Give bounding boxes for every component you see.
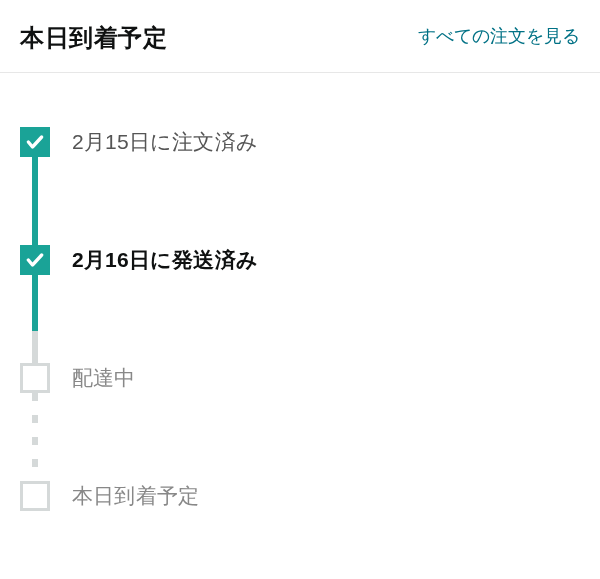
timeline-connector	[20, 275, 50, 363]
timeline-step-label: 2月16日に発送済み	[50, 246, 258, 274]
pending-box-icon	[20, 481, 50, 511]
connector-line-solid	[32, 275, 38, 331]
connector-line-dashed	[32, 393, 38, 481]
timeline-connector	[20, 157, 50, 245]
page-title: 本日到着予定	[20, 22, 167, 54]
check-icon	[20, 127, 50, 157]
timeline-step: 配達中	[20, 363, 580, 393]
timeline-step: 2月16日に発送済み	[20, 245, 580, 275]
timeline-step-label: 配達中	[50, 364, 136, 392]
timeline-step-label: 2月15日に注文済み	[50, 128, 258, 156]
check-icon	[20, 245, 50, 275]
view-all-orders-link[interactable]: すべての注文を見る	[418, 22, 580, 49]
timeline-connector	[20, 393, 50, 481]
timeline-step: 2月15日に注文済み	[20, 127, 580, 157]
pending-box-icon	[20, 363, 50, 393]
timeline-step: 本日到着予定	[20, 481, 580, 511]
timeline-step-label: 本日到着予定	[50, 482, 199, 510]
delivery-timeline: 2月15日に注文済み 2月16日に発送済み 配達中 本日到着予定	[0, 73, 600, 531]
connector-line-solid	[32, 157, 38, 245]
header: 本日到着予定 すべての注文を見る	[0, 0, 600, 73]
connector-line-pending	[32, 331, 38, 363]
